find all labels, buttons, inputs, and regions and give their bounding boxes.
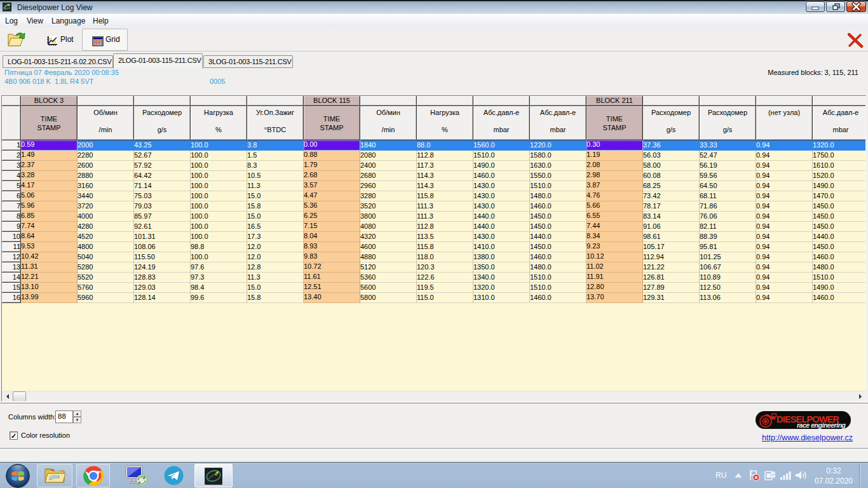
svg-text:race engineering: race engineering (797, 421, 846, 429)
